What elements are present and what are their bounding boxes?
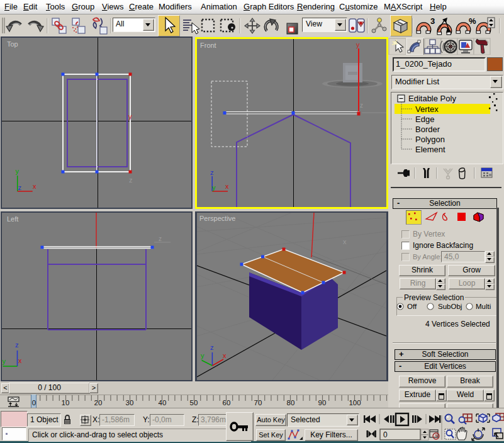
svg-text:Multi: Multi bbox=[476, 303, 491, 310]
svg-text:80: 80 bbox=[287, 399, 295, 407]
svg-text:Front: Front bbox=[200, 42, 216, 49]
svg-text:Top: Top bbox=[7, 40, 18, 48]
svg-text:40: 40 bbox=[159, 399, 167, 407]
svg-text:y: y bbox=[356, 41, 360, 48]
svg-text:x: x bbox=[223, 352, 227, 359]
svg-text:Vertex: Vertex bbox=[415, 104, 439, 114]
svg-text:70: 70 bbox=[254, 399, 262, 407]
svg-text:10: 10 bbox=[62, 399, 70, 407]
svg-text:60: 60 bbox=[223, 399, 231, 407]
svg-text:y: y bbox=[212, 184, 216, 191]
svg-text:y: y bbox=[128, 113, 132, 120]
svg-text:100: 100 bbox=[349, 399, 361, 407]
svg-text:x: x bbox=[225, 182, 229, 190]
svg-text:Border: Border bbox=[415, 125, 440, 134]
svg-text:Element: Element bbox=[415, 145, 445, 154]
svg-text:3: 3 bbox=[430, 16, 435, 26]
svg-text:y: y bbox=[3, 357, 6, 365]
svg-text:30: 30 bbox=[126, 399, 134, 407]
svg-text:50: 50 bbox=[190, 399, 198, 407]
svg-text:20: 20 bbox=[94, 399, 103, 407]
svg-text:z: z bbox=[210, 344, 214, 351]
svg-text:90: 90 bbox=[318, 399, 327, 407]
svg-text:Edge: Edge bbox=[415, 115, 434, 124]
svg-text:Left: Left bbox=[7, 215, 18, 223]
svg-text:z: z bbox=[159, 235, 162, 242]
svg-text:%: % bbox=[469, 16, 476, 26]
svg-text:z: z bbox=[210, 169, 214, 176]
svg-text:Off: Off bbox=[407, 303, 417, 310]
svg-text:x: x bbox=[343, 238, 347, 245]
svg-text:Editable Poly: Editable Poly bbox=[408, 94, 456, 103]
svg-text:y: y bbox=[16, 167, 20, 175]
svg-text:0: 0 bbox=[32, 399, 36, 407]
svg-text:z: z bbox=[18, 184, 22, 191]
svg-text:z: z bbox=[129, 176, 133, 184]
svg-text:y: y bbox=[201, 352, 204, 359]
svg-text:x: x bbox=[33, 182, 36, 190]
svg-text:x: x bbox=[18, 357, 22, 364]
svg-text:z: z bbox=[360, 102, 363, 109]
svg-text:0: 0 bbox=[383, 430, 388, 439]
svg-text:SubObj: SubObj bbox=[438, 303, 462, 310]
svg-text:Polygon: Polygon bbox=[415, 135, 445, 144]
svg-text:z: z bbox=[15, 341, 19, 349]
svg-text:Perspective: Perspective bbox=[199, 215, 235, 222]
